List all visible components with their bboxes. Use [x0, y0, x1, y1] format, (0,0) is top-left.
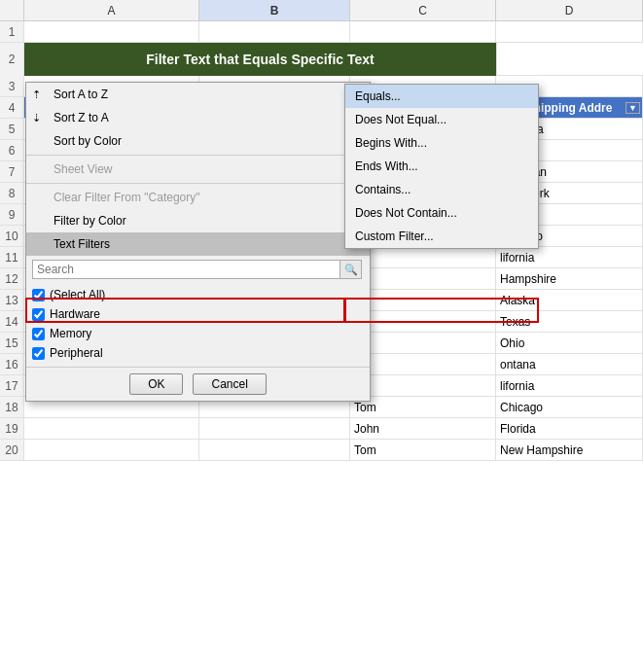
cell-19d: John	[350, 418, 496, 439]
sort-za-item[interactable]: ⇣ Sort Z to A	[26, 106, 370, 129]
equals-label: Equals...	[355, 89, 401, 103]
cell-20d: Tom	[350, 440, 496, 460]
cell-17e: lifornia	[496, 375, 643, 396]
custom-filter-label: Custom Filter...	[355, 230, 434, 243]
row-num-6: 6	[0, 140, 24, 160]
contains-item[interactable]: Contains...	[345, 178, 538, 201]
cell-16d	[350, 354, 496, 374]
checkbox-memory[interactable]	[32, 328, 45, 340]
sort-az-label: Sort A to Z	[54, 88, 108, 101]
row-num-20: 20	[0, 440, 24, 460]
cell-11d	[350, 247, 496, 267]
cell-20e: New Hampshire	[496, 440, 643, 460]
row-num-7: 7	[0, 161, 24, 182]
cell-16e: ontana	[496, 354, 643, 374]
cell-14e: Texas	[496, 311, 643, 332]
cell-14d	[350, 311, 496, 332]
cell-12e: Hampshire	[496, 268, 643, 289]
sort-by-color-item[interactable]: Sort by Color	[26, 129, 370, 153]
spreadsheet: A B C D 1 2 Filter Text that Equals Spec…	[0, 0, 643, 672]
cell-13e: Alaska	[496, 290, 643, 310]
shipping-filter-arrow[interactable]: ▼	[625, 102, 640, 114]
footer-buttons: OK Cancel	[26, 367, 370, 401]
peripheral-label: Peripheral	[50, 346, 103, 360]
row-num-8: 8	[0, 183, 24, 203]
ok-button[interactable]: OK	[129, 373, 183, 395]
sort-by-color-label: Sort by Color	[54, 134, 122, 148]
contains-label: Contains...	[355, 183, 411, 196]
cell-1b	[24, 21, 199, 42]
text-filters-item[interactable]: Text Filters	[26, 232, 370, 256]
cell-20c	[199, 440, 350, 460]
row-num-3: 3	[0, 76, 24, 96]
cancel-button[interactable]: Cancel	[193, 373, 266, 395]
does-not-equal-label: Does Not Equal...	[355, 113, 447, 126]
check-peripheral: Peripheral	[32, 343, 364, 363]
row-num-5: 5	[0, 119, 24, 139]
row-num-11: 11	[0, 247, 24, 267]
checkbox-select-all[interactable]	[32, 289, 45, 301]
table-row: 19 John Florida	[0, 418, 643, 440]
row-num-10: 10	[0, 226, 24, 246]
ends-with-item[interactable]: Ends With...	[345, 155, 538, 178]
checkbox-peripheral[interactable]	[32, 347, 45, 360]
begins-with-label: Begins With...	[355, 136, 427, 150]
row-num-14: 14	[0, 311, 24, 332]
row-num-18: 18	[0, 397, 24, 417]
cell-19e: Florida	[496, 418, 643, 439]
col-header-b: B	[199, 0, 350, 20]
row-num-2: 2	[0, 43, 24, 76]
sort-za-icon: ⇣	[32, 112, 41, 124]
cell-1c	[199, 21, 350, 42]
title-row: 2 Filter Text that Equals Specific Text	[0, 43, 643, 76]
separator-2	[26, 183, 370, 184]
col-header-row	[0, 0, 24, 20]
does-not-contain-label: Does Not Contain...	[355, 206, 457, 220]
table-row: 20 Tom New Hampshire	[0, 440, 643, 461]
filter-by-color-item[interactable]: Filter by Color	[26, 209, 370, 232]
custom-filter-item[interactable]: Custom Filter...	[345, 225, 538, 248]
title-cell: Filter Text that Equals Specific Text	[24, 43, 497, 76]
memory-label: Memory	[50, 327, 91, 340]
cell-1e	[496, 21, 643, 42]
sort-za-label: Sort Z to A	[54, 111, 109, 124]
sort-az-icon: ⇡	[32, 88, 41, 101]
sheet-view-item: Sheet View	[26, 158, 370, 181]
select-all-label: (Select All)	[50, 288, 105, 301]
row-num-15: 15	[0, 333, 24, 353]
text-filters-submenu: Equals... Does Not Equal... Begins With.…	[344, 84, 539, 249]
col-header-c: C	[350, 0, 496, 20]
equals-item[interactable]: Equals...	[345, 85, 538, 108]
cell-1d	[350, 21, 496, 42]
checklist: (Select All) Hardware Memory Peripheral	[26, 283, 370, 367]
cell-15e: Ohio	[496, 333, 643, 353]
check-memory: Memory	[32, 324, 364, 343]
sort-az-item[interactable]: ⇡ Sort A to Z	[26, 83, 370, 106]
hardware-label: Hardware	[50, 307, 100, 321]
does-not-contain-item[interactable]: Does Not Contain...	[345, 201, 538, 225]
search-button[interactable]: 🔍	[340, 260, 362, 279]
check-select-all: (Select All)	[32, 285, 364, 304]
cell-11e: lifornia	[496, 247, 643, 267]
row-num: 1	[0, 21, 24, 42]
row-num-9: 9	[0, 204, 24, 225]
row-num-13: 13	[0, 290, 24, 310]
clear-filter-label: Clear Filter From "Category"	[54, 191, 200, 204]
clear-filter-item: Clear Filter From "Category"	[26, 186, 370, 209]
ends-with-label: Ends With...	[355, 159, 418, 173]
search-input[interactable]	[32, 260, 340, 279]
cell-18d: Tom	[350, 397, 496, 417]
table-row: 1	[0, 21, 643, 43]
cell-18e: Chicago	[496, 397, 643, 417]
does-not-equal-item[interactable]: Does Not Equal...	[345, 108, 538, 131]
cell-15d	[350, 333, 496, 353]
begins-with-item[interactable]: Begins With...	[345, 131, 538, 155]
row-num-4: 4	[0, 97, 24, 118]
checkbox-hardware[interactable]	[32, 308, 45, 321]
row-num-19: 19	[0, 418, 24, 439]
col-header-d: D	[496, 0, 643, 20]
row-num-16: 16	[0, 354, 24, 374]
cell-12d	[350, 268, 496, 289]
col-header-a: A	[24, 0, 199, 20]
separator-1	[26, 155, 370, 156]
